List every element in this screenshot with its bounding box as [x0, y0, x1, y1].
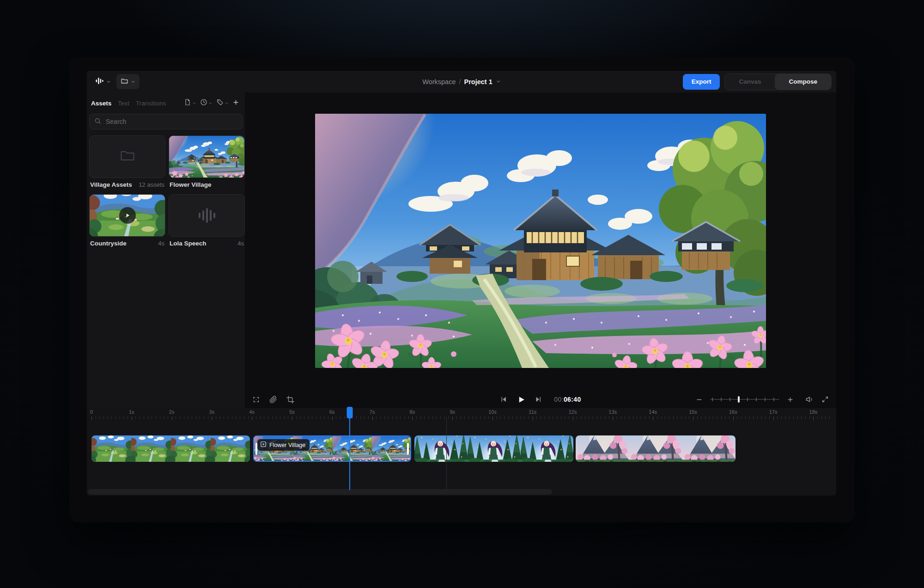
app-logo[interactable] [95, 76, 111, 87]
ruler-label: 5s [289, 409, 295, 415]
ruler-tick [565, 416, 565, 419]
ruler-tick [500, 416, 501, 419]
clip-blossom-mountains[interactable] [576, 435, 736, 462]
ruler-tick [148, 416, 148, 419]
ruler-tick [701, 416, 701, 419]
ruler-tick [296, 416, 297, 419]
ruler-tick [609, 416, 609, 419]
paperclip-icon[interactable] [269, 396, 277, 404]
clip-countryside[interactable] [91, 435, 250, 462]
ruler-tick [637, 416, 637, 419]
tab-transitions[interactable]: Transitions [136, 100, 166, 107]
volume-icon[interactable] [806, 395, 814, 404]
ruler-tick [529, 416, 529, 419]
ruler-tick [601, 416, 601, 419]
skip-forward-icon[interactable] [535, 396, 542, 403]
ruler-tick [96, 416, 96, 419]
play-icon[interactable] [119, 207, 136, 224]
search-box[interactable] [89, 114, 243, 129]
crop-icon[interactable] [286, 396, 294, 404]
chevron-down-icon[interactable] [496, 79, 501, 84]
compose-tab[interactable]: Compose [775, 74, 831, 90]
ruler-tick [449, 416, 449, 419]
ruler-tick [621, 416, 621, 419]
tab-text[interactable]: Text [118, 100, 129, 107]
playhead-handle[interactable] [346, 407, 353, 418]
ruler-tick [633, 416, 633, 419]
play-icon[interactable] [517, 395, 525, 404]
ruler-tick [372, 416, 373, 420]
timecode-value: 06:40 [564, 396, 581, 403]
ruler-tick [581, 416, 581, 419]
clip-flower-village[interactable]: Flower Village [253, 435, 411, 462]
trim-handle-left[interactable] [255, 443, 257, 455]
ruler-tick [116, 416, 116, 419]
ruler-tick [709, 416, 710, 419]
breadcrumb[interactable]: Workspace / Project 1 [422, 78, 501, 86]
tab-assets[interactable]: Assets [91, 100, 111, 107]
ruler-tick [669, 416, 669, 419]
ruler-tick [180, 416, 180, 419]
asset-thumbnail-image[interactable] [169, 135, 245, 178]
clip-lola[interactable] [414, 435, 573, 462]
asset-thumbnail-video[interactable] [89, 194, 165, 237]
ruler-tick [240, 416, 240, 419]
timeline[interactable]: 01s2s3s4s5s6s7s8s9s10s11s12s13s14s15s16s… [87, 408, 836, 496]
ruler-tick [713, 416, 713, 419]
asset-card-lola-speech: Lola Speech 4s [169, 194, 245, 247]
ruler-tick [512, 416, 513, 419]
export-button[interactable]: Export [683, 74, 720, 90]
ruler-tick [248, 416, 249, 419]
video-preview[interactable] [315, 114, 766, 368]
timeline-zoom-slider[interactable] [710, 396, 779, 403]
asset-thumbnail-audio[interactable] [169, 194, 245, 237]
search-input[interactable] [105, 117, 237, 126]
ruler-tick [152, 416, 152, 419]
timeline-scrollbar[interactable] [88, 489, 552, 495]
ruler-tick [388, 416, 389, 419]
trim-handle-right[interactable] [407, 443, 409, 455]
zoom-out-icon[interactable] [696, 396, 703, 403]
ruler-tick [272, 416, 273, 419]
file-filter-button[interactable] [184, 98, 196, 108]
duration-filter-button[interactable] [200, 98, 213, 108]
ruler-tick [260, 416, 261, 419]
asset-thumbnail-folder[interactable] [89, 135, 165, 178]
fullscreen-icon[interactable] [821, 396, 829, 403]
ruler-label: 1s [129, 409, 134, 415]
ruler-tick [264, 416, 264, 419]
ruler-label: 10s [488, 409, 497, 415]
skip-back-icon[interactable] [500, 396, 507, 403]
breadcrumb-project[interactable]: Project 1 [464, 78, 492, 86]
app-surface: Workspace / Project 1 Export Canvas Comp… [87, 71, 836, 496]
ruler-tick [228, 416, 228, 419]
tag-icon [216, 98, 224, 108]
ruler-tick [91, 416, 92, 420]
ruler-label: 11s [529, 409, 536, 415]
preview-canvas-area: 00:06:40 [245, 92, 836, 408]
ruler-tick [645, 416, 645, 419]
assets-panel: Assets Text Transitions [87, 92, 245, 408]
ruler-tick [292, 416, 292, 420]
ruler-tick [464, 416, 465, 419]
ruler-tick [573, 416, 573, 420]
ruler-tick [461, 416, 461, 419]
project-folder-button[interactable] [116, 74, 140, 89]
ruler-tick [705, 416, 705, 419]
chevron-down-icon [106, 80, 111, 84]
ruler-tick [721, 416, 722, 419]
ruler-tick [384, 416, 385, 419]
zoom-in-icon[interactable] [787, 396, 794, 403]
fit-icon[interactable] [252, 396, 260, 404]
ruler-tick [424, 416, 425, 419]
ruler-tick [320, 416, 321, 419]
tag-filter-button[interactable] [216, 98, 229, 108]
zoom-slider-handle[interactable] [738, 396, 740, 403]
canvas-tab[interactable]: Canvas [725, 74, 775, 90]
ruler-tick [144, 416, 144, 419]
ruler-tick [308, 416, 309, 419]
ruler-tick [777, 416, 778, 419]
add-asset-button[interactable] [232, 99, 239, 108]
breadcrumb-workspace[interactable]: Workspace [422, 78, 456, 86]
asset-card-flower-village: Flower Village [169, 135, 245, 188]
